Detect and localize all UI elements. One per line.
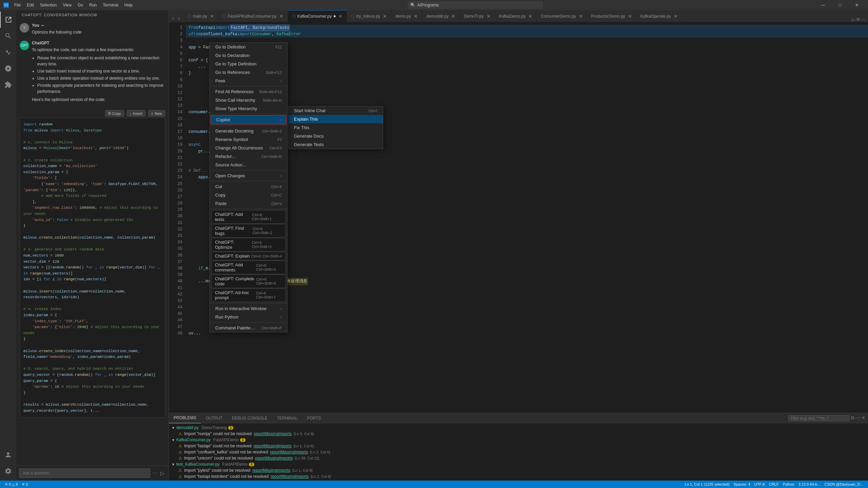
ctx-chatgpt-adhoc[interactable]: ChatGPT: Ad-hoc prompt Ctrl+K Ctrl+Shift… [211, 288, 286, 302]
status-info[interactable]: ✕ 0 [20, 482, 30, 487]
tab-main-py[interactable]: ⬡ main.py ✕ [183, 10, 218, 22]
problem-item-demoddd-1[interactable]: ⚠ Import "numpy" could not be resolved r… [169, 431, 868, 437]
more-tabs-icon[interactable]: ⋯ [861, 17, 865, 22]
ctx-chatgpt-optimize[interactable]: ChatGPT: Optimize Ctrl+K Ctrl+Shift+3 [211, 238, 286, 251]
ctx-chatgpt-explain[interactable]: ChatGPT: Explain Ctrl+K Ctrl+Shift+4 [211, 252, 286, 260]
ctx-chatgpt-complete[interactable]: ChatGPT: Complete code Ctrl+K Ctrl+Shift… [211, 274, 286, 288]
panel-tab-output[interactable]: OUTPUT [201, 413, 227, 423]
mic-icon[interactable]: ⋯ [152, 470, 157, 476]
status-language[interactable]: Python [781, 482, 796, 486]
problem-item-test-1[interactable]: ⚠ Import "pytest" could not be resolved … [169, 467, 868, 473]
tab-close-productordemo[interactable]: ✕ [628, 14, 632, 19]
code-editor[interactable]: from fastapi import FastAPI, BackgroundT… [186, 22, 868, 413]
ctx-run-python[interactable]: Run Python › [210, 313, 287, 321]
tab-close-main[interactable]: ✕ [210, 14, 214, 19]
status-user[interactable]: CSDN @Daviyuan_D... [823, 482, 865, 486]
ctx-refactor[interactable]: Refactor... Ctrl+Shift+R [210, 152, 287, 161]
ctx-source-action[interactable]: Source Action... [210, 161, 287, 169]
ctx-chatgpt-comments[interactable]: ChatGPT: Add comments Ctrl+K Ctrl+Shift+… [211, 261, 286, 274]
problem-link-test-2[interactable]: reportMissingImports [271, 474, 309, 479]
menu-edit[interactable]: Edit [24, 2, 37, 8]
menu-go[interactable]: Go [75, 2, 86, 8]
tab-try-milvus[interactable]: ⬡ try_milvus.py ✕ [347, 10, 391, 22]
copilot-generate-tests[interactable]: Generate Tests [289, 140, 383, 149]
menu-file[interactable]: File [12, 2, 23, 8]
status-spaces[interactable]: Spaces: 4 [732, 482, 752, 486]
copilot-explain-this[interactable]: Explain This [289, 115, 383, 123]
problem-item-kafka-1[interactable]: ⚠ Import "fastapi" could not be resolved… [169, 443, 868, 449]
send-button[interactable]: ▷ [159, 469, 166, 478]
activity-source-control[interactable] [0, 44, 16, 60]
copilot-inline-chat[interactable]: Start Inline Chat Ctrl+I [289, 106, 383, 115]
activity-search[interactable] [0, 28, 16, 44]
tab-productordemo[interactable]: ProductorDemo.py ✕ [587, 10, 636, 22]
activity-run[interactable] [0, 60, 16, 77]
menu-view[interactable]: View [60, 2, 74, 8]
tab-close-demoddd[interactable]: ✕ [451, 14, 455, 19]
global-search-bar[interactable]: 🔍 AIPrograms [408, 1, 543, 9]
activity-accounts[interactable] [0, 447, 16, 463]
tab-close-milvus[interactable]: ✕ [383, 14, 387, 19]
close-button[interactable]: ✕ [849, 0, 865, 10]
ctx-copy[interactable]: Copy Ctrl+C [210, 191, 287, 199]
panel-close-icon[interactable]: ✕ [862, 415, 865, 421]
ctx-goto-declaration[interactable]: Go to Declaration [210, 51, 287, 60]
tab-close-fastapi[interactable]: ✕ [279, 14, 283, 19]
new-button[interactable]: + New [148, 110, 165, 117]
tab-kafkaoperate[interactable]: KafkaOperate.py ✕ [636, 10, 682, 22]
menu-help[interactable]: Help [122, 2, 136, 8]
problem-item-kafka-3[interactable]: ⚠ Import "unicorn" could not be resolved… [169, 455, 868, 461]
problem-group-demoddd[interactable]: ▼ demoddd.py DemoTraining 1 [169, 425, 868, 431]
tab-demo[interactable]: demo.py ✕ [391, 10, 422, 22]
tab-close-kafka[interactable]: ✕ [338, 14, 342, 19]
tab-kafkademo[interactable]: KafkaDemo.py ✕ [495, 10, 537, 22]
problem-group-kafka[interactable]: ▼ KafkaConsumer.py FastAPIDemo 3 [169, 437, 868, 443]
activity-extensions[interactable] [0, 77, 16, 93]
ctx-open-changes[interactable]: Open Changes › [210, 171, 287, 180]
ctx-find-all-refs[interactable]: Find All References Shift+Alt+F12 [210, 87, 287, 96]
ctx-command-palette[interactable]: Command Palette... Ctrl+Shift+P [210, 324, 287, 332]
ctx-goto-definition[interactable]: Go to Definition F12 [210, 43, 287, 51]
activity-explorer[interactable] [0, 12, 16, 28]
problem-item-test-2[interactable]: ⚠ Import "fastapi.testclient" could not … [169, 473, 868, 480]
panel-tab-debug[interactable]: DEBUG CONSOLE [227, 413, 272, 423]
insert-button[interactable]: ↓ Insert [127, 110, 145, 117]
status-python-version[interactable]: 3.12.0 64-b... [796, 482, 823, 486]
panel-tab-terminal[interactable]: TERMINAL [272, 413, 302, 423]
chat-input[interactable] [19, 468, 150, 478]
panel-more-icon[interactable]: ⋯ [856, 415, 860, 421]
problems-filter-input[interactable] [788, 415, 849, 421]
ctx-goto-type-definition[interactable]: Go to Type Definition [210, 60, 287, 68]
collapse-all-icon[interactable]: ⊟ [851, 415, 854, 421]
problem-group-test-kafka[interactable]: ▼ test_KafkaConsumer.py FastAPIDemo 3 [169, 461, 868, 467]
copy-button[interactable]: ⧉ Copy [105, 110, 124, 117]
ctx-cut[interactable]: Cut Ctrl+X [210, 182, 287, 191]
ctx-type-hierarchy[interactable]: Show Type Hierarchy [210, 104, 287, 113]
copilot-fix-this[interactable]: Fix This [289, 123, 383, 132]
problem-link-test-1[interactable]: reportMissingImports [252, 468, 290, 473]
tab-nav-back[interactable]: ‹ [171, 15, 175, 22]
tab-fastapi-kafka[interactable]: ⬡ FastAPIKafkaConsumer.py ✕ [218, 10, 288, 22]
copilot-generate-docs[interactable]: Generate Docs [289, 132, 383, 140]
status-encoding[interactable]: UTF-8 [752, 482, 767, 486]
tab-close-kafkaoperate[interactable]: ✕ [674, 14, 678, 19]
run-file-icon[interactable]: ▷ [852, 17, 855, 22]
tab-demoddd[interactable]: demoddd.py ✕ [422, 10, 460, 22]
panel-tab-problems[interactable]: PROBLEMS [169, 413, 201, 423]
problem-link-kafka-3[interactable]: reportMissingImports [255, 456, 293, 461]
ctx-copilot[interactable]: Copilot › [211, 115, 287, 124]
edit-icon[interactable]: ✏ [41, 24, 44, 27]
tab-kafka-consumer[interactable]: ⬡ KafkaConsumer.py ✕ [288, 10, 347, 22]
status-position[interactable]: Ln 1, Col 1 (1225 selected) [683, 482, 732, 486]
split-editor-icon[interactable]: ⧉ [856, 17, 860, 22]
tab-demoTr[interactable]: DemoTr.py ✕ [460, 10, 495, 22]
menu-selection[interactable]: Selection [37, 2, 59, 8]
ctx-gen-docstring[interactable]: Generate Docstring Ctrl+Shift+2 [210, 127, 287, 135]
ctx-paste[interactable]: Paste Ctrl+V [210, 199, 287, 208]
ctx-change-occurrences[interactable]: Change All Occurrences Ctrl+F2 [210, 144, 287, 152]
ctx-peek[interactable]: Peek › [210, 77, 287, 85]
tab-close-kafkademo[interactable]: ✕ [528, 14, 532, 19]
tab-close-demoTr[interactable]: ✕ [487, 14, 491, 19]
problem-link-1[interactable]: reportMissingImports [254, 431, 292, 436]
problem-link-kafka-2[interactable]: reportMissingImports [270, 450, 308, 454]
